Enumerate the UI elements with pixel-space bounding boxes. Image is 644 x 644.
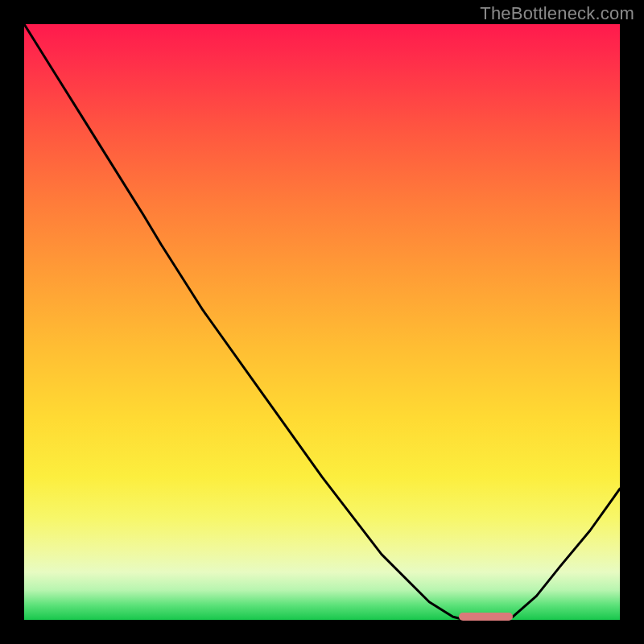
bottleneck-curve xyxy=(24,24,620,620)
curve-svg xyxy=(24,24,620,620)
chart-frame: TheBottleneck.com xyxy=(0,0,644,644)
watermark-text: TheBottleneck.com xyxy=(480,3,634,24)
plot-area xyxy=(24,24,620,620)
optimal-marker xyxy=(459,613,513,621)
